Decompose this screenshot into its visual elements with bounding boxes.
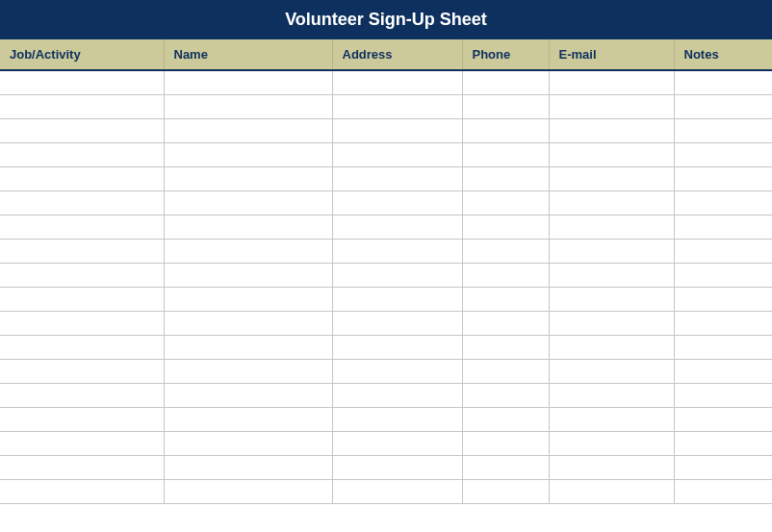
table-cell[interactable] — [549, 166, 674, 190]
table-cell[interactable] — [332, 263, 462, 287]
table-cell[interactable] — [164, 335, 332, 359]
table-cell[interactable] — [0, 70, 164, 94]
table-cell[interactable] — [674, 70, 772, 94]
table-cell[interactable] — [549, 359, 674, 383]
table-cell[interactable] — [674, 431, 772, 455]
table-row[interactable] — [0, 166, 772, 190]
table-cell[interactable] — [549, 142, 674, 166]
table-cell[interactable] — [332, 335, 462, 359]
table-cell[interactable] — [164, 407, 332, 431]
table-cell[interactable] — [462, 142, 549, 166]
table-row[interactable] — [0, 431, 772, 455]
table-row[interactable] — [0, 70, 772, 94]
table-cell[interactable] — [674, 479, 772, 503]
table-cell[interactable] — [332, 287, 462, 311]
table-cell[interactable] — [164, 359, 332, 383]
table-cell[interactable] — [0, 263, 164, 287]
table-cell[interactable] — [164, 455, 332, 479]
table-cell[interactable] — [462, 215, 549, 239]
table-cell[interactable] — [332, 94, 462, 118]
table-cell[interactable] — [674, 215, 772, 239]
table-cell[interactable] — [549, 479, 674, 503]
table-cell[interactable] — [674, 263, 772, 287]
table-cell[interactable] — [164, 287, 332, 311]
table-cell[interactable] — [0, 239, 164, 263]
table-cell[interactable] — [674, 142, 772, 166]
table-cell[interactable] — [462, 383, 549, 407]
table-cell[interactable] — [332, 455, 462, 479]
table-cell[interactable] — [0, 335, 164, 359]
table-cell[interactable] — [674, 118, 772, 142]
table-cell[interactable] — [332, 479, 462, 503]
table-cell[interactable] — [549, 118, 674, 142]
table-cell[interactable] — [674, 190, 772, 215]
table-cell[interactable] — [332, 431, 462, 455]
table-cell[interactable] — [674, 383, 772, 407]
table-cell[interactable] — [0, 142, 164, 166]
table-cell[interactable] — [164, 118, 332, 142]
table-cell[interactable] — [549, 335, 674, 359]
table-cell[interactable] — [549, 311, 674, 335]
table-cell[interactable] — [549, 383, 674, 407]
table-row[interactable] — [0, 239, 772, 263]
table-cell[interactable] — [332, 142, 462, 166]
table-cell[interactable] — [0, 287, 164, 311]
table-cell[interactable] — [332, 239, 462, 263]
table-cell[interactable] — [674, 407, 772, 431]
table-cell[interactable] — [0, 383, 164, 407]
table-cell[interactable] — [462, 479, 549, 503]
table-row[interactable] — [0, 311, 772, 335]
table-cell[interactable] — [0, 311, 164, 335]
table-cell[interactable] — [674, 166, 772, 190]
table-cell[interactable] — [0, 166, 164, 190]
table-cell[interactable] — [332, 70, 462, 94]
table-cell[interactable] — [0, 431, 164, 455]
table-cell[interactable] — [462, 407, 549, 431]
table-cell[interactable] — [164, 431, 332, 455]
table-cell[interactable] — [462, 94, 549, 118]
table-cell[interactable] — [549, 239, 674, 263]
table-row[interactable] — [0, 407, 772, 431]
table-cell[interactable] — [164, 94, 332, 118]
table-cell[interactable] — [0, 455, 164, 479]
table-cell[interactable] — [462, 287, 549, 311]
table-row[interactable] — [0, 118, 772, 142]
table-cell[interactable] — [674, 359, 772, 383]
table-cell[interactable] — [164, 263, 332, 287]
table-row[interactable] — [0, 263, 772, 287]
table-cell[interactable] — [462, 190, 549, 215]
table-cell[interactable] — [332, 383, 462, 407]
table-cell[interactable] — [164, 70, 332, 94]
table-cell[interactable] — [332, 407, 462, 431]
table-cell[interactable] — [0, 190, 164, 215]
table-cell[interactable] — [549, 407, 674, 431]
table-cell[interactable] — [674, 455, 772, 479]
table-row[interactable] — [0, 455, 772, 479]
table-row[interactable] — [0, 479, 772, 503]
table-row[interactable] — [0, 215, 772, 239]
table-cell[interactable] — [332, 215, 462, 239]
table-cell[interactable] — [462, 166, 549, 190]
table-cell[interactable] — [164, 215, 332, 239]
table-cell[interactable] — [164, 166, 332, 190]
table-cell[interactable] — [164, 479, 332, 503]
table-row[interactable] — [0, 359, 772, 383]
table-cell[interactable] — [674, 239, 772, 263]
table-cell[interactable] — [332, 118, 462, 142]
table-cell[interactable] — [462, 431, 549, 455]
table-cell[interactable] — [0, 407, 164, 431]
table-cell[interactable] — [0, 215, 164, 239]
table-cell[interactable] — [332, 190, 462, 215]
table-cell[interactable] — [332, 359, 462, 383]
table-cell[interactable] — [674, 287, 772, 311]
table-cell[interactable] — [0, 359, 164, 383]
table-row[interactable] — [0, 190, 772, 215]
table-cell[interactable] — [549, 190, 674, 215]
table-cell[interactable] — [164, 383, 332, 407]
table-cell[interactable] — [462, 335, 549, 359]
table-cell[interactable] — [462, 359, 549, 383]
table-cell[interactable] — [549, 287, 674, 311]
table-cell[interactable] — [332, 166, 462, 190]
table-cell[interactable] — [674, 335, 772, 359]
table-cell[interactable] — [164, 239, 332, 263]
